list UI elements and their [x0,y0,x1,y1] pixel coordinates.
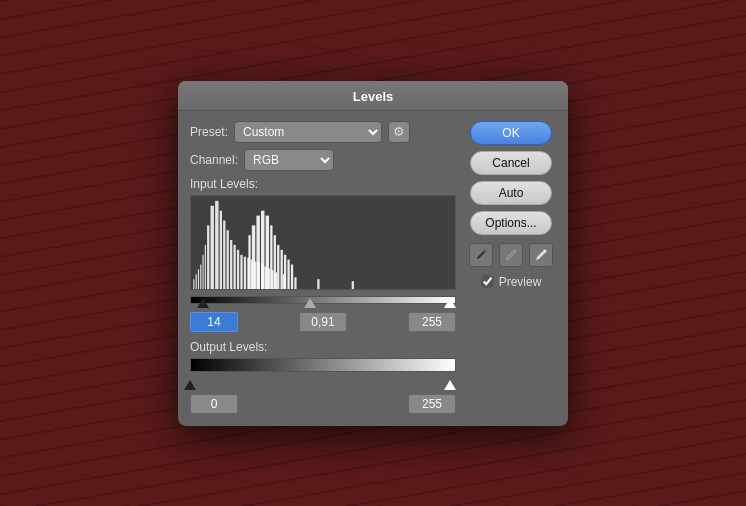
right-panel: OK Cancel Auto Options... [466,121,556,414]
svg-rect-16 [240,254,242,288]
svg-rect-37 [274,235,276,289]
svg-rect-11 [223,220,225,289]
black-eyedropper-button[interactable] [469,243,493,267]
preset-row: Preset: Custom Default ⚙ [190,121,456,143]
levels-dialog: Levels Preset: Custom Default ⚙ Channel:… [178,81,568,426]
histogram-area [190,195,456,290]
eyedropper-row [469,243,553,267]
channel-row: Channel: RGB Red Green Blue [190,149,456,171]
auto-button[interactable]: Auto [470,181,552,205]
channel-label: Channel: [190,153,238,167]
white-eyedropper-icon [534,248,548,262]
cancel-button[interactable]: Cancel [470,151,552,175]
svg-rect-6 [205,244,206,288]
svg-rect-10 [220,210,222,288]
input-mid-value[interactable] [299,312,347,332]
preview-checkbox[interactable] [481,275,494,288]
svg-point-43 [484,249,487,252]
svg-rect-31 [248,235,250,289]
input-slider-row [190,292,456,308]
options-button[interactable]: Options... [470,211,552,235]
svg-rect-17 [244,256,246,288]
svg-rect-34 [261,210,264,288]
svg-rect-7 [207,225,209,289]
output-black-value[interactable] [190,394,238,414]
svg-rect-13 [230,240,232,289]
svg-rect-41 [287,259,289,288]
svg-rect-35 [266,215,269,288]
output-track [190,358,456,372]
output-slider-row [190,374,456,390]
output-levels-label: Output Levels: [190,340,456,354]
output-section: Output Levels: [190,340,456,414]
output-black-handle[interactable] [184,380,196,390]
svg-rect-15 [237,249,239,288]
histogram-svg [191,196,455,289]
svg-rect-12 [227,230,229,289]
input-black-handle[interactable] [197,298,209,308]
gear-button[interactable]: ⚙ [388,121,410,143]
dialog-title: Levels [178,81,568,111]
gray-eyedropper-icon [504,248,518,262]
preview-row: Preview [481,275,542,289]
svg-point-44 [514,249,517,252]
left-panel: Preset: Custom Default ⚙ Channel: RGB Re… [190,121,456,414]
svg-rect-39 [281,249,283,288]
output-white-value[interactable] [408,394,456,414]
input-white-value[interactable] [408,312,456,332]
svg-rect-4 [200,264,201,288]
svg-rect-36 [270,225,272,289]
svg-rect-30 [352,281,354,289]
output-values-row [190,394,456,414]
white-eyedropper-button[interactable] [529,243,553,267]
svg-point-45 [544,249,547,252]
input-mid-handle[interactable] [304,298,316,308]
svg-rect-8 [211,205,214,288]
gray-eyedropper-button[interactable] [499,243,523,267]
svg-rect-28 [294,277,296,289]
input-white-handle[interactable] [444,298,456,308]
preset-dropdown[interactable]: Custom Default [234,121,382,143]
ok-button[interactable]: OK [470,121,552,145]
preview-label: Preview [499,275,542,289]
svg-rect-14 [233,244,235,288]
svg-rect-29 [317,279,319,289]
channel-dropdown[interactable]: RGB Red Green Blue [244,149,334,171]
svg-rect-38 [277,244,279,288]
svg-rect-3 [198,269,199,289]
output-white-handle[interactable] [444,380,456,390]
input-values-row [190,312,456,332]
input-black-value[interactable] [190,312,238,332]
black-eyedropper-icon [474,248,488,262]
svg-rect-5 [202,254,203,288]
input-levels-label: Input Levels: [190,177,456,191]
svg-rect-42 [291,264,293,288]
preset-label: Preset: [190,125,228,139]
svg-rect-40 [284,254,286,288]
svg-rect-32 [252,225,255,289]
svg-rect-9 [215,200,218,288]
svg-rect-33 [256,215,259,288]
svg-rect-1 [193,279,194,289]
svg-rect-2 [196,274,197,289]
